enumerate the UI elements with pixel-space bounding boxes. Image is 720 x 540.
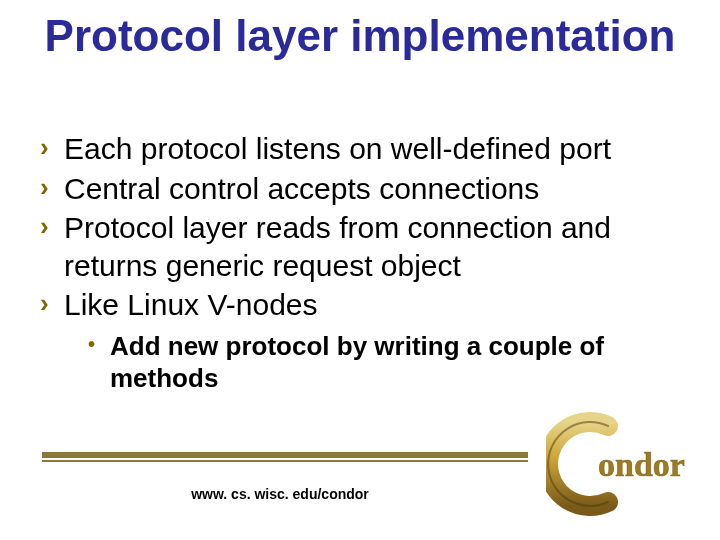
list-item: › Each protocol listens on well-defined …	[40, 130, 690, 168]
footer-url: www. cs. wisc. edu/condor	[0, 486, 560, 502]
bullet-text: Protocol layer reads from connection and…	[64, 209, 690, 284]
chevron-right-icon: ›	[40, 286, 64, 320]
chevron-right-icon: ›	[40, 170, 64, 204]
slide-title: Protocol layer implementation	[0, 12, 720, 60]
bullet-dot-icon: •	[88, 330, 110, 358]
list-item: › Like Linux V-nodes	[40, 286, 690, 324]
bullet-text: Central control accepts connections	[64, 170, 690, 208]
divider-bar-thick	[42, 452, 528, 458]
svg-text:ondor: ondor	[598, 446, 685, 483]
sub-list-item: • Add new protocol by writing a couple o…	[88, 330, 690, 395]
chevron-right-icon: ›	[40, 209, 64, 243]
bullet-list: › Each protocol listens on well-defined …	[40, 130, 690, 395]
condor-logo: ondor ondor	[546, 408, 706, 518]
condor-logo-svg: ondor ondor	[546, 408, 706, 518]
list-item: › Protocol layer reads from connection a…	[40, 209, 690, 284]
divider-bar-thin	[42, 460, 528, 462]
slide: Protocol layer implementation › Each pro…	[0, 0, 720, 540]
bullet-text: Each protocol listens on well-defined po…	[64, 130, 690, 168]
bullet-text: Like Linux V-nodes	[64, 286, 690, 324]
chevron-right-icon: ›	[40, 130, 64, 164]
sub-bullet-text: Add new protocol by writing a couple of …	[110, 330, 670, 395]
list-item: › Central control accepts connections	[40, 170, 690, 208]
